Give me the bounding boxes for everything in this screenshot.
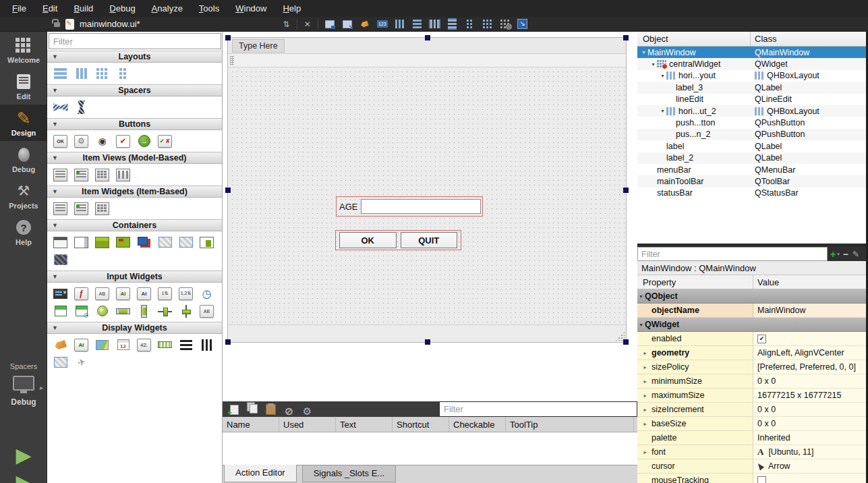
object-tree-row[interactable]: ▾hori...ut_2QHBoxLayout [637, 105, 866, 117]
horizontal-line-widget-item[interactable] [175, 336, 196, 353]
column-header-name[interactable]: Name [223, 417, 279, 432]
section-header-item-views-model-based-[interactable]: ▼Item Views (Model-Based) [47, 152, 222, 164]
column-header-used[interactable]: Used [279, 417, 336, 432]
horizontal-layout-buttons[interactable]: OK QUIT [335, 230, 461, 250]
configure-actions-button[interactable]: ⚙ [298, 404, 316, 419]
expand-arrow-icon[interactable]: ▾ [659, 73, 666, 79]
dock-widget-widget-item[interactable] [50, 251, 71, 268]
break-layout-icon[interactable] [497, 18, 513, 31]
form-tool-bar[interactable] [228, 54, 626, 67]
collapse-arrow-icon[interactable]: ▾ [637, 293, 645, 300]
horizontal-scroll-bar-widget-item[interactable] [113, 302, 134, 320]
vertical-scroll-bar-widget-item[interactable] [134, 302, 154, 320]
expand-arrow-icon[interactable]: ▾ [649, 61, 657, 67]
action-editor-filter-input[interactable] [439, 401, 637, 417]
section-header-containers[interactable]: ▼Containers [47, 219, 222, 231]
tab-widget-widget-item[interactable] [113, 233, 134, 251]
expand-arrow-icon[interactable]: ▸ [641, 449, 649, 455]
grid-layout-widget-item[interactable] [92, 65, 113, 82]
property-row-palette[interactable]: paletteInherited [637, 431, 866, 445]
object-tree-row[interactable]: ▾hori...youtQHBoxLayout [637, 70, 866, 82]
resize-handle-bottom-left[interactable] [225, 339, 231, 345]
resize-handle-bottom-right[interactable] [623, 339, 629, 345]
vertical-spacer-widget-item[interactable] [71, 98, 92, 116]
document-switcher-icon[interactable]: ⇅ [279, 20, 294, 29]
vertical-line-widget-item[interactable] [196, 336, 217, 353]
action-table-body[interactable] [223, 432, 637, 465]
vertical-layout-widget-item[interactable] [50, 65, 71, 82]
tool-box-widget-item[interactable] [92, 233, 113, 251]
vertical-slider-widget-item[interactable] [175, 302, 196, 320]
opengl-widget-widget-item[interactable] [50, 353, 71, 371]
copy-action-button[interactable] [243, 400, 262, 415]
expand-arrow-icon[interactable]: ▾ [659, 108, 666, 114]
property-column-label[interactable]: Property [637, 275, 753, 289]
tab-signals-slots-e-[interactable]: Signals _Slots E... [302, 465, 397, 482]
date-edit-widget-item[interactable] [50, 302, 71, 320]
layout-vertically-icon[interactable] [409, 18, 426, 31]
edit-widgets-icon[interactable] [322, 18, 338, 31]
resize-handle-mid-left[interactable] [225, 188, 231, 193]
collapse-arrow-icon[interactable]: ▾ [637, 322, 645, 328]
remove-dynamic-property-icon[interactable]: − [843, 249, 848, 260]
text-edit-widget-item[interactable]: AI [113, 285, 134, 302]
expand-arrow-icon[interactable]: ▸ [641, 393, 649, 399]
mode-button-debug[interactable]: Debug [0, 141, 47, 177]
dialog-button-box-widget-item[interactable] [154, 132, 175, 150]
paste-action-button[interactable] [262, 402, 280, 417]
radio-button-widget-item[interactable]: ◉ [92, 132, 113, 150]
double-spin-box-widget-item[interactable]: 1.2⇅ [175, 285, 196, 302]
tree-view-widget-item[interactable] [71, 166, 92, 183]
property-value[interactable]: ✔ [753, 332, 866, 346]
property-row-sizeIncrement[interactable]: ▸sizeIncrement0 x 0 [637, 403, 866, 417]
font-combo-box-widget-item[interactable]: f [71, 285, 92, 302]
add-dropdown-arrow-icon[interactable]: ▾ [837, 252, 840, 257]
object-tree-row[interactable]: label_3QLabel [637, 82, 866, 93]
edit-pencil-icon[interactable]: ✎ [852, 250, 859, 259]
ok-push-button[interactable]: OK [339, 232, 397, 248]
horizontal-spacer-widget-item[interactable] [50, 98, 71, 116]
kit-expand-arrow-icon[interactable]: ▸ [40, 384, 43, 391]
collapse-arrow-icon[interactable]: ▼ [52, 324, 58, 331]
property-value[interactable]: A[Ubuntu, 11] [753, 445, 866, 459]
section-header-spacers[interactable]: ▼Spacers [47, 84, 222, 96]
run-button[interactable]: ▶ [0, 442, 47, 469]
checkbox-unchecked-icon[interactable] [757, 476, 766, 483]
stacked-widget-widget-item[interactable] [134, 233, 154, 251]
resize-handle-top-left[interactable] [225, 35, 231, 40]
line-edit-widget-item[interactable]: AB [92, 285, 113, 302]
section-header-item-widgets-item-based-[interactable]: ▼Item Widgets (Item-Based) [47, 186, 222, 198]
object-tree-row[interactable]: label_2QLabel [637, 152, 866, 164]
expand-arrow-icon[interactable]: ▸ [641, 421, 649, 427]
property-value[interactable]: 0 x 0 [753, 403, 866, 417]
collapse-arrow-icon[interactable]: ▼ [52, 188, 58, 195]
quit-push-button[interactable]: QUIT [401, 232, 458, 248]
menu-item-window[interactable]: Window [227, 1, 274, 16]
object-column-header[interactable]: Object [637, 32, 751, 46]
collapse-arrow-icon[interactable]: ▼ [52, 154, 58, 161]
section-header-buttons[interactable]: ▼Buttons [47, 118, 222, 130]
object-tree-row[interactable]: pus...n_2QPushButton [637, 129, 866, 140]
layout-horizontally-icon[interactable] [392, 18, 408, 31]
collapse-arrow-icon[interactable]: ▼ [52, 273, 58, 280]
object-tree-row[interactable]: mainToolBarQToolBar [637, 175, 866, 187]
property-value[interactable]: MainWindow [753, 304, 866, 318]
resize-handle-top-mid[interactable] [425, 35, 430, 40]
column-header-shortcut[interactable]: Shortcut [393, 417, 449, 432]
property-value[interactable]: 0 x 0 [753, 417, 866, 431]
collapse-arrow-icon[interactable]: ▼ [52, 87, 58, 94]
resize-handle-mid-right[interactable] [623, 188, 629, 193]
form-canvas[interactable]: Type Here AGE OK QUIT [227, 37, 627, 343]
property-row-font[interactable]: ▸fontA[Ubuntu, 11] [637, 445, 866, 459]
tool-button-widget-item[interactable]: ⚙ [71, 132, 92, 150]
age-label[interactable]: AGE [339, 202, 357, 212]
time-edit-widget-item[interactable]: ◷ [196, 285, 217, 302]
menu-item-edit[interactable]: Edit [34, 1, 65, 16]
column-header-checkable[interactable]: Checkable [449, 417, 506, 432]
collapse-arrow-icon[interactable]: ▼ [52, 53, 58, 60]
expand-arrow-icon[interactable]: ▸ [641, 350, 649, 356]
adjust-size-icon[interactable] [515, 18, 531, 31]
frame-widget-item[interactable] [154, 233, 175, 251]
mode-button-projects[interactable]: ⚒Projects [0, 177, 47, 214]
section-header-input-widgets[interactable]: ▼Input Widgets [47, 271, 222, 283]
